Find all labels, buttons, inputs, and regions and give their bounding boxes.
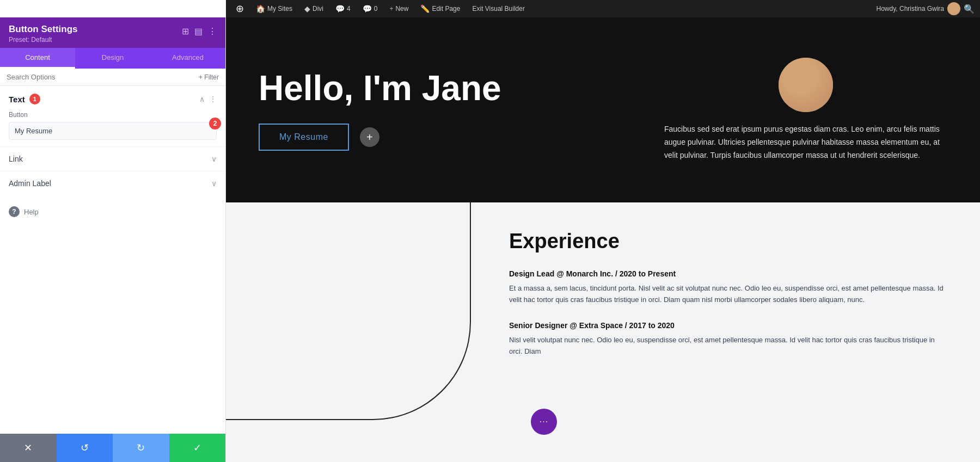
job-entry-1: Design Lead @ Monarch Inc. / 2020 to Pre… xyxy=(509,269,947,306)
my-sites-menu[interactable]: 🏠 My Sites xyxy=(252,4,297,13)
search-bar: + Filter xyxy=(0,69,225,86)
settings-panel: Button Settings Preset: Default ⊞ ▤ ⋮ Co… xyxy=(0,17,226,462)
text-section: Text 1 ∧ ⋮ Button 2 xyxy=(0,86,225,146)
wp-logo[interactable]: ⊕ xyxy=(231,3,248,15)
search-icon[interactable]: 🔍 xyxy=(964,4,975,14)
experience-container: Experience Design Lead @ Monarch Inc. / … xyxy=(226,202,980,462)
help-icon: ? xyxy=(9,206,20,217)
expand-icon[interactable]: ⊞ xyxy=(182,26,189,36)
new-menu[interactable]: + New xyxy=(385,5,413,13)
admin-label-header[interactable]: Admin Label ∨ xyxy=(0,171,225,195)
tab-advanced[interactable]: Advanced xyxy=(150,48,225,69)
cancel-button[interactable]: ✕ xyxy=(0,434,57,462)
exit-builder-link[interactable]: Exit Visual Builder xyxy=(468,5,529,13)
edit-page-link[interactable]: ✏️ Edit Page xyxy=(416,4,464,13)
filter-button[interactable]: + Filter xyxy=(199,73,219,81)
tab-content[interactable]: Content xyxy=(0,48,75,69)
add-module-button[interactable]: + xyxy=(360,127,379,147)
dot-menu-icon: ··· xyxy=(540,417,548,427)
more-options-icon[interactable]: ⋮ xyxy=(209,95,217,103)
redo-button[interactable]: ↻ xyxy=(113,434,169,462)
my-resume-button[interactable]: My Resume xyxy=(259,124,349,151)
help-section[interactable]: ? Help xyxy=(0,195,225,228)
hero-left: Hello, I'm Jane My Resume + xyxy=(259,69,642,151)
admin-label-chevron-icon: ∨ xyxy=(211,179,217,188)
button-field-group: Button 2 xyxy=(0,109,225,146)
page-preview: Hello, I'm Jane My Resume + Faucibu xyxy=(226,17,980,462)
divi-menu[interactable]: ◆ Divi xyxy=(300,4,328,13)
hero-body-text: Faucibus sed sed erat ipsum purus egesta… xyxy=(664,123,947,162)
more-icon[interactable]: ⋮ xyxy=(208,26,217,36)
hero-right: Faucibus sed sed erat ipsum purus egesta… xyxy=(664,58,947,162)
bottom-toolbar: ✕ ↺ ↻ ✓ xyxy=(0,434,225,462)
link-section: Link ∨ xyxy=(0,146,225,171)
experience-content: Experience Design Lead @ Monarch Inc. / … xyxy=(226,202,980,405)
panel-header: Button Settings Preset: Default ⊞ ▤ ⋮ xyxy=(0,17,225,48)
input-badge: 2 xyxy=(209,118,221,130)
job-desc-2: Nisl velit volutpat nunc nec. Odio leo e… xyxy=(509,334,947,358)
admin-label-section: Admin Label ∨ xyxy=(0,171,225,195)
search-input[interactable] xyxy=(7,73,194,81)
job-desc-1: Et a massa a, sem lacus, tincidunt porta… xyxy=(509,282,947,306)
admin-label-title: Admin Label xyxy=(9,179,51,188)
panel-tabs: Content Design Advanced xyxy=(0,48,225,69)
job-entry-2: Senior Designer @ Extra Space / 2017 to … xyxy=(509,321,947,358)
button-field-label: Button xyxy=(9,111,217,119)
comments-count[interactable]: 💬 0 xyxy=(358,4,382,13)
panel-preset[interactable]: Preset: Default xyxy=(9,36,78,44)
tab-design[interactable]: Design xyxy=(75,48,150,69)
link-section-title: Link xyxy=(9,155,23,163)
experience-title: Experience xyxy=(509,230,947,253)
job-title-1: Design Lead @ Monarch Inc. / 2020 to Pre… xyxy=(509,269,947,278)
admin-bar-right: Howdy, Christina Gwira 🔍 xyxy=(877,2,975,15)
save-button[interactable]: ✓ xyxy=(169,434,226,462)
wp-admin-bar: ⊕ 🏠 My Sites ◆ Divi 💬 4 💬 0 + New ✏️ Edi… xyxy=(226,0,980,17)
hero-section: Hello, I'm Jane My Resume + Faucibu xyxy=(226,17,980,202)
panel-title: Button Settings xyxy=(9,24,78,35)
sidebar-icon[interactable]: ▤ xyxy=(194,26,203,36)
hero-title: Hello, I'm Jane xyxy=(259,69,501,107)
text-section-title: Text xyxy=(9,95,25,104)
purple-dot-menu[interactable]: ··· xyxy=(531,409,557,435)
collapse-icon[interactable]: ∧ xyxy=(199,95,205,103)
link-chevron-icon: ∨ xyxy=(211,155,217,163)
comments-menu[interactable]: 💬 4 xyxy=(331,4,355,13)
link-section-header[interactable]: Link ∨ xyxy=(0,147,225,171)
user-avatar xyxy=(947,2,960,15)
panel-content: Text 1 ∧ ⋮ Button 2 xyxy=(0,86,225,434)
hero-avatar xyxy=(779,58,833,112)
undo-button[interactable]: ↺ xyxy=(57,434,113,462)
job-title-2: Senior Designer @ Extra Space / 2017 to … xyxy=(509,321,947,330)
text-section-header[interactable]: Text 1 ∧ ⋮ xyxy=(0,86,225,109)
text-badge: 1 xyxy=(29,94,40,104)
button-text-input[interactable] xyxy=(9,122,217,140)
hero-button-wrap: My Resume + xyxy=(259,124,379,151)
